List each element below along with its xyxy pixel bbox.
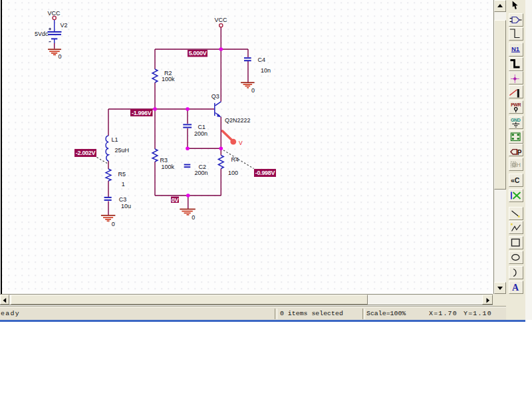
svg-text:VCC: VCC xyxy=(48,10,61,17)
svg-text:-1.996V: -1.996V xyxy=(132,110,152,116)
svg-text:C1: C1 xyxy=(198,124,206,130)
svg-text:0: 0 xyxy=(112,221,115,227)
svg-text:V2: V2 xyxy=(61,22,68,29)
svg-text:100k: 100k xyxy=(162,164,175,170)
svg-text:10u: 10u xyxy=(121,203,131,209)
svg-text:P: P xyxy=(517,149,522,156)
svg-text:V: V xyxy=(239,140,243,146)
svg-text:Q2N2222: Q2N2222 xyxy=(225,117,251,124)
svg-text:100: 100 xyxy=(228,170,238,176)
svg-text:GND: GND xyxy=(511,118,521,122)
svg-text:L1: L1 xyxy=(112,136,118,143)
svg-text:R3: R3 xyxy=(160,157,168,164)
svg-text:R4: R4 xyxy=(231,156,239,163)
svg-text:0: 0 xyxy=(251,87,255,94)
svg-text:Q3: Q3 xyxy=(211,93,219,100)
svg-text:100k: 100k xyxy=(162,76,175,82)
svg-text:-2.002V: -2.002V xyxy=(76,150,96,156)
svg-text:C3: C3 xyxy=(119,196,127,203)
svg-text:5Vdc: 5Vdc xyxy=(35,31,49,37)
svg-text:0: 0 xyxy=(192,214,195,221)
svg-text:0: 0 xyxy=(59,53,62,60)
svg-text:5.000V: 5.000V xyxy=(189,50,207,57)
svg-text:25uH: 25uH xyxy=(115,147,130,154)
svg-text:0V: 0V xyxy=(172,197,179,203)
svg-text:VCC: VCC xyxy=(215,17,228,23)
svg-text:H: H xyxy=(517,162,521,168)
svg-text:C4: C4 xyxy=(258,57,266,63)
svg-text:-0.998V: -0.998V xyxy=(255,170,275,176)
svg-text:N1: N1 xyxy=(511,45,520,53)
svg-text:A: A xyxy=(512,283,519,293)
svg-text:R5: R5 xyxy=(118,171,126,178)
svg-text:200n: 200n xyxy=(194,130,207,137)
svg-text:10n: 10n xyxy=(261,67,271,74)
svg-text:200n: 200n xyxy=(195,170,208,176)
svg-text:PWR: PWR xyxy=(511,102,521,107)
svg-text:«C: «C xyxy=(511,176,520,184)
svg-text:1: 1 xyxy=(122,181,125,188)
